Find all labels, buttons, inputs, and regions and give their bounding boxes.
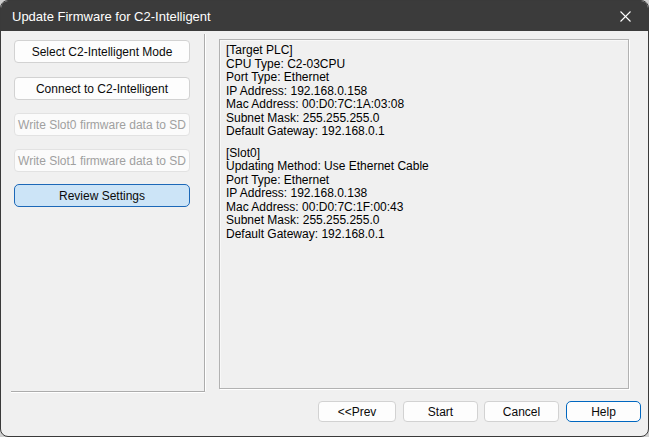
section-header: [Slot0] bbox=[226, 147, 620, 161]
help-button[interactable]: Help bbox=[566, 401, 641, 422]
mac-address-line: Mac Address: 00:D0:7C:1F:00:43 bbox=[226, 201, 620, 215]
port-type-line: Port Type: Ethernet bbox=[226, 174, 620, 188]
window-title: Update Firmware for C2-Intelligent bbox=[1, 9, 211, 24]
review-settings-button[interactable]: Review Settings bbox=[14, 184, 190, 207]
sidebar-divider bbox=[204, 34, 205, 391]
start-button[interactable]: Start bbox=[403, 401, 478, 422]
review-settings-panel: [Target PLC] CPU Type: C2-03CPU Port Typ… bbox=[219, 39, 629, 389]
titlebar[interactable]: Update Firmware for C2-Intelligent bbox=[1, 1, 648, 31]
subnet-mask-line: Subnet Mask: 255.255.255.0 bbox=[226, 214, 620, 228]
default-gateway-line: Default Gateway: 192.168.0.1 bbox=[226, 228, 620, 242]
connect-button[interactable]: Connect to C2-Intelligent bbox=[14, 77, 190, 100]
ip-address-line: IP Address: 192.168.0.158 bbox=[226, 85, 620, 99]
slot0-section: [Slot0] Updating Method: Use Ethernet Ca… bbox=[226, 147, 620, 242]
close-button[interactable] bbox=[603, 1, 648, 31]
cancel-button[interactable]: Cancel bbox=[484, 401, 559, 422]
write-slot1-button: Write Slot1 firmware data to SD bbox=[14, 149, 190, 172]
mac-address-line: Mac Address: 00:D0:7C:1A:03:08 bbox=[226, 98, 620, 112]
subnet-mask-line: Subnet Mask: 255.255.255.0 bbox=[226, 112, 620, 126]
review-settings-text: [Target PLC] CPU Type: C2-03CPU Port Typ… bbox=[220, 40, 628, 241]
section-header: [Target PLC] bbox=[226, 44, 620, 58]
port-type-line: Port Type: Ethernet bbox=[226, 71, 620, 85]
prev-button[interactable]: <<Prev bbox=[318, 401, 396, 422]
select-mode-button[interactable]: Select C2-Intelligent Mode bbox=[14, 40, 190, 63]
ip-address-line: IP Address: 192.168.0.138 bbox=[226, 187, 620, 201]
target-plc-section: [Target PLC] CPU Type: C2-03CPU Port Typ… bbox=[226, 44, 620, 139]
update-firmware-dialog: Update Firmware for C2-Intelligent Selec… bbox=[0, 0, 649, 437]
default-gateway-line: Default Gateway: 192.168.0.1 bbox=[226, 125, 620, 139]
sidebar-bottom-divider bbox=[11, 391, 205, 392]
cpu-type-line: CPU Type: C2-03CPU bbox=[226, 58, 620, 72]
write-slot0-button: Write Slot0 firmware data to SD bbox=[14, 113, 190, 136]
updating-method-line: Updating Method: Use Ethernet Cable bbox=[226, 160, 620, 174]
close-icon bbox=[620, 11, 631, 22]
